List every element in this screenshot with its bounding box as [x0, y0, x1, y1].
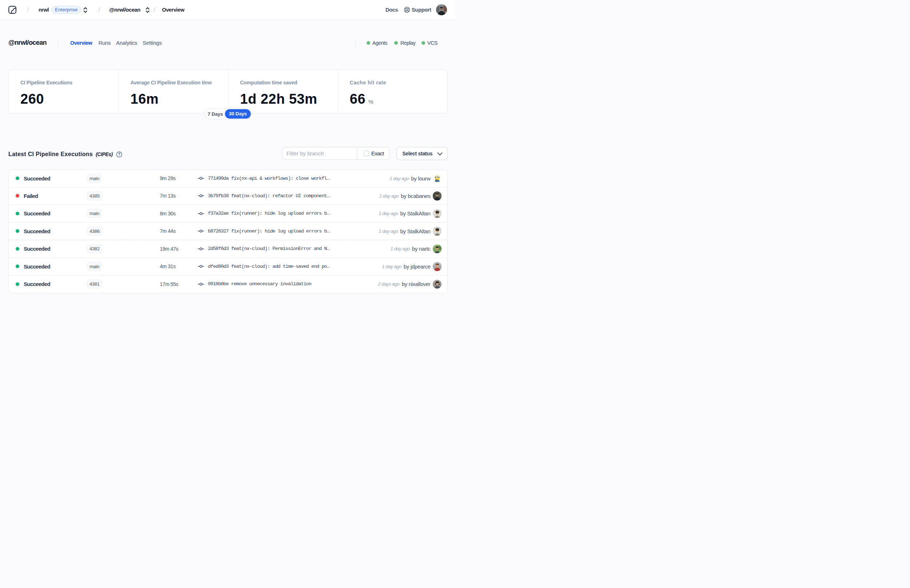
svg-text:?: ? — [118, 152, 120, 157]
